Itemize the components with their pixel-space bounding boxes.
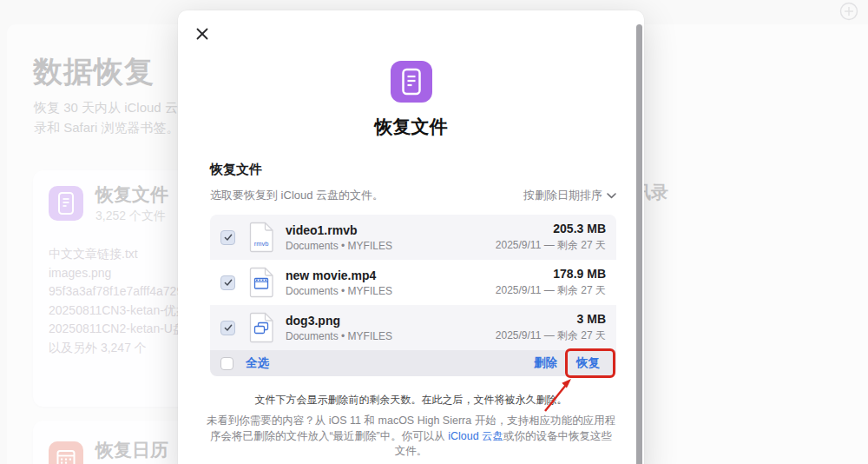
- chevron-down-icon: [607, 193, 616, 199]
- section-title: 恢复文件: [210, 162, 262, 178]
- image-file-icon: [248, 312, 274, 343]
- checkmark-icon: [223, 322, 233, 333]
- select-all-checkbox[interactable]: [220, 357, 233, 370]
- table-row[interactable]: dog3.png Documents • MYFILES 3 MB 2025/9…: [210, 305, 616, 350]
- file-name: video1.rmvb: [286, 223, 392, 237]
- file-size: 205.3 MB: [496, 222, 606, 235]
- svg-text:rmvb: rmvb: [254, 240, 269, 248]
- rmvb-file-icon: rmvb: [248, 222, 274, 253]
- recover-files-app-icon: [391, 61, 432, 103]
- file-name: new movie.mp4: [286, 268, 392, 282]
- select-all-button[interactable]: 全选: [246, 355, 269, 371]
- row-checkbox-checked[interactable]: [220, 275, 235, 290]
- file-size: 3 MB: [496, 312, 606, 326]
- table-row[interactable]: rmvb video1.rmvb Documents • MYFILES 205…: [210, 215, 616, 260]
- file-name: dog3.png: [286, 314, 392, 328]
- file-location: Documents • MYFILES: [286, 240, 392, 252]
- checkmark-icon: [223, 277, 233, 288]
- list-subtitle: 选取要恢复到 iCloud 云盘的文件。: [210, 188, 384, 203]
- file-deletion-date: 2025/9/11 — 剩余 27 天: [496, 238, 606, 253]
- row-checkbox-checked[interactable]: [220, 230, 235, 245]
- recover-button[interactable]: 恢复: [576, 355, 600, 371]
- icloud-drive-link[interactable]: iCloud 云盘: [448, 430, 503, 442]
- table-row[interactable]: new movie.mp4 Documents • MYFILES 178.9 …: [210, 260, 616, 305]
- sort-by-deletion-date-dropdown[interactable]: 按删除日期排序: [523, 188, 616, 203]
- movie-file-icon: [248, 267, 274, 298]
- list-footer-bar: 全选 删除 恢复: [210, 350, 616, 376]
- retention-note: 文件下方会显示删除前的剩余天数。在此之后，文件将被永久删除。: [178, 393, 644, 408]
- file-size: 178.9 MB: [496, 267, 606, 281]
- recover-files-modal: 恢复文件 恢复文件 选取要恢复到 iCloud 云盘的文件。 按删除日期排序 r…: [178, 10, 644, 464]
- help-text: 未看到你需要的内容？从 iOS 11 和 macOS High Sierra 开…: [207, 414, 616, 460]
- close-icon[interactable]: [193, 25, 212, 44]
- row-checkbox-checked[interactable]: [220, 321, 235, 335]
- file-list: rmvb video1.rmvb Documents • MYFILES 205…: [210, 215, 616, 376]
- file-location: Documents • MYFILES: [286, 330, 392, 342]
- file-location: Documents • MYFILES: [286, 285, 392, 297]
- file-deletion-date: 2025/9/11 — 剩余 27 天: [496, 283, 606, 298]
- modal-title: 恢复文件: [178, 115, 644, 139]
- checkmark-icon: [223, 232, 233, 242]
- sort-label: 按删除日期排序: [523, 188, 602, 203]
- file-deletion-date: 2025/9/11 — 剩余 27 天: [496, 328, 606, 343]
- scrollbar-thumb[interactable]: [636, 24, 642, 464]
- delete-button[interactable]: 删除: [534, 355, 557, 371]
